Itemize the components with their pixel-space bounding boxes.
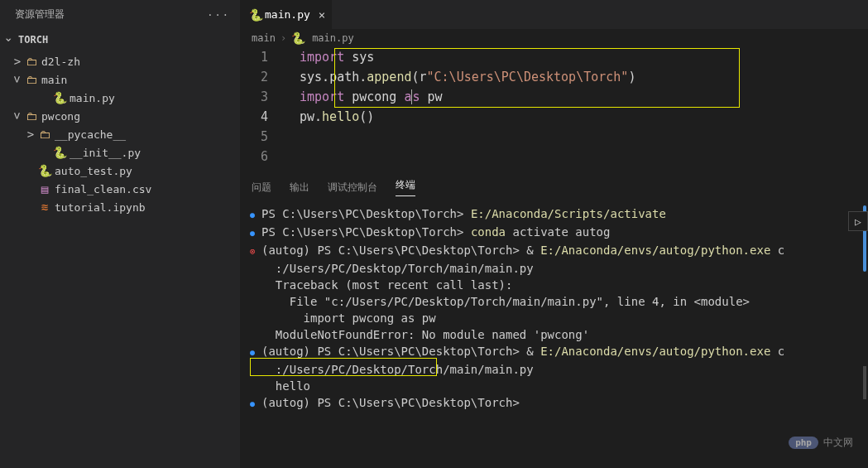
project-header[interactable]: › TORCH xyxy=(0,29,240,51)
terminal-line: import pwcong as pw xyxy=(250,310,868,326)
folder-icon: 🗀 xyxy=(23,109,40,123)
chevron-icon: > xyxy=(25,128,36,141)
terminal-line: ModuleNotFoundError: No module named 'pw… xyxy=(250,326,868,343)
chevron-right-icon: › xyxy=(281,32,286,44)
breadcrumb-part[interactable]: main.py xyxy=(312,32,354,44)
panel-tab[interactable]: 输出 xyxy=(290,181,309,195)
status-dot-icon xyxy=(250,378,261,394)
code-line[interactable]: import sys xyxy=(281,47,868,67)
tree-item[interactable]: 🐍__init__.py xyxy=(0,143,240,162)
tree-item[interactable]: 🐍main.py xyxy=(0,89,240,107)
line-number: 5 xyxy=(240,127,268,147)
tree-item-label: __init__.py xyxy=(70,147,141,159)
chevron-down-icon: › xyxy=(2,34,16,46)
line-number: 3 xyxy=(240,87,268,107)
tree-item[interactable]: 🐍auto_test.py xyxy=(0,162,240,180)
terminal-line: (autog) PS C:\Users\PC\Desktop\Torch> & … xyxy=(250,242,868,260)
terminal-line: PS C:\Users\PC\Desktop\Torch> conda acti… xyxy=(250,224,868,242)
folder-icon: 🗀 xyxy=(23,55,40,68)
tree-item[interactable]: ▤final_clean.csv xyxy=(0,180,240,198)
php-badge: php xyxy=(789,437,818,449)
panel-tab-bar: 问题输出调试控制台终端 xyxy=(240,173,868,200)
more-icon[interactable]: ··· xyxy=(207,9,230,21)
py-icon: 🐍 xyxy=(36,164,53,177)
terminal-line: (autog) PS C:\Users\PC\Desktop\Torch> & … xyxy=(250,343,868,361)
tree-item[interactable]: >🗀main xyxy=(0,70,240,89)
folder-icon: 🗀 xyxy=(36,128,53,141)
terminal-line: :/Users/PC/Desktop/Torch/main/main.py xyxy=(250,361,868,378)
code-line[interactable]: import pwcong as pw xyxy=(281,87,868,107)
tree-item-label: tutorial.ipynb xyxy=(55,201,146,214)
line-number: 2 xyxy=(240,67,268,87)
explorer-title: 资源管理器 xyxy=(15,7,65,22)
line-number: 1 xyxy=(240,47,268,67)
terminal-line: Traceback (most recent call last): xyxy=(250,277,868,293)
python-file-icon: 🐍 xyxy=(248,8,263,22)
status-dot-icon xyxy=(250,361,261,378)
line-number: 4 xyxy=(240,107,268,127)
code-editor[interactable]: 123456 import syssys.path.append(r"C:\Us… xyxy=(240,47,868,173)
terminal-line: hello xyxy=(250,378,868,394)
explorer-sidebar: 资源管理器 ··· › TORCH >🗀d2l-zh>🗀main🐍main.py… xyxy=(0,0,240,468)
scroll-indicator xyxy=(863,366,866,399)
folder-icon: 🗀 xyxy=(23,73,40,86)
split-terminal-icon[interactable]: ▷ xyxy=(848,211,868,231)
chevron-icon: > xyxy=(11,74,24,85)
panel-tab[interactable]: 终端 xyxy=(396,178,415,196)
panel-tab[interactable]: 调试控制台 xyxy=(328,181,377,195)
status-dot-icon xyxy=(250,310,261,326)
python-file-icon: 🐍 xyxy=(291,31,305,45)
tree-item-label: main xyxy=(41,74,67,86)
tree-item[interactable]: >🗀d2l-zh xyxy=(0,52,240,70)
file-tree: >🗀d2l-zh>🗀main🐍main.py>🗀pwcong>🗀__pycach… xyxy=(0,51,240,216)
project-name: TORCH xyxy=(18,34,48,46)
code-content[interactable]: import syssys.path.append(r"C:\Users\PC\… xyxy=(281,47,868,173)
tab-bar: 🐍 main.py × xyxy=(240,0,868,29)
tree-item-label: auto_test.py xyxy=(55,165,132,177)
terminal-line: File "c:/Users/PC/Desktop/Torch/main/mai… xyxy=(250,293,868,310)
panel-tab[interactable]: 问题 xyxy=(252,181,271,195)
status-dot-icon xyxy=(250,224,261,242)
status-dot-icon xyxy=(250,293,261,310)
explorer-header: 资源管理器 ··· xyxy=(0,0,240,29)
tree-item[interactable]: >🗀pwcong xyxy=(0,107,240,125)
breadcrumb-part[interactable]: main xyxy=(252,32,276,44)
breadcrumb[interactable]: main › 🐍 main.py xyxy=(240,29,868,47)
code-line[interactable]: sys.path.append(r"C:\Users\PC\Desktop\To… xyxy=(281,67,868,87)
tree-item[interactable]: >🗀__pycache__ xyxy=(0,125,240,143)
tab-label: main.py xyxy=(265,8,310,21)
status-dot-icon xyxy=(250,242,261,260)
status-dot-icon xyxy=(250,326,261,343)
terminal-line: :/Users/PC/Desktop/Torch/main/main.py xyxy=(250,260,868,277)
chevron-icon: > xyxy=(12,55,23,68)
tree-item-label: pwcong xyxy=(41,110,80,123)
status-dot-icon xyxy=(250,260,261,277)
terminal-line: (autog) PS C:\Users\PC\Desktop\Torch> xyxy=(250,394,868,413)
line-number-gutter: 123456 xyxy=(240,47,281,173)
tree-item-label: d2l-zh xyxy=(41,55,80,68)
tree-item-label: final_clean.csv xyxy=(55,183,151,195)
py-icon: 🐍 xyxy=(51,91,68,104)
code-line[interactable]: pw.hello() xyxy=(281,107,868,127)
status-dot-icon xyxy=(250,394,261,413)
status-dot-icon xyxy=(250,205,261,224)
nb-icon: ≋ xyxy=(36,200,53,214)
close-icon[interactable]: × xyxy=(319,8,325,22)
editor-area: 🐍 main.py × main › 🐍 main.py 123456 impo… xyxy=(240,0,868,468)
terminal-line: PS C:\Users\PC\Desktop\Torch> E:/Anacond… xyxy=(250,205,868,224)
tree-item[interactable]: ≋tutorial.ipynb xyxy=(0,198,240,216)
status-dot-icon xyxy=(250,343,261,361)
tree-item-label: main.py xyxy=(70,92,115,104)
watermark: php 中文网 xyxy=(789,436,853,450)
terminal-panel[interactable]: PS C:\Users\PC\Desktop\Torch> E:/Anacond… xyxy=(240,200,868,468)
watermark-text: 中文网 xyxy=(823,436,853,450)
chevron-icon: > xyxy=(11,110,24,122)
tree-item-label: __pycache__ xyxy=(55,128,126,141)
line-number: 6 xyxy=(240,147,268,166)
status-dot-icon xyxy=(250,277,261,293)
csv-icon: ▤ xyxy=(36,182,53,195)
py-icon: 🐍 xyxy=(51,146,68,159)
tab-main-py[interactable]: 🐍 main.py × xyxy=(240,0,333,29)
